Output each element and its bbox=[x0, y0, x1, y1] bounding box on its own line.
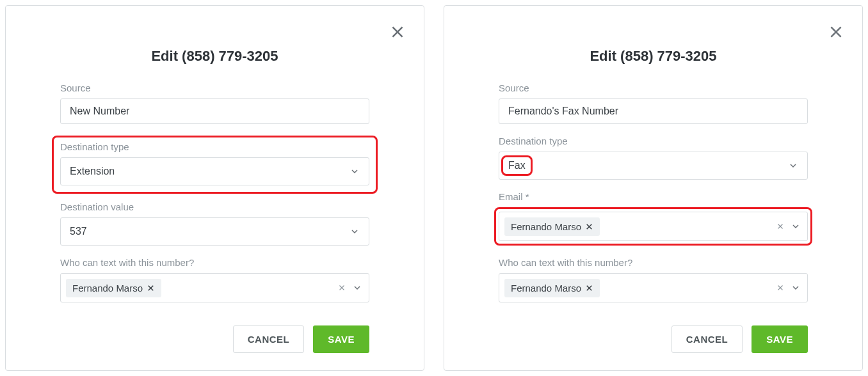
dialog-title: Edit (858) 779-3205 bbox=[25, 48, 405, 65]
destination-type-label: Destination type bbox=[60, 141, 369, 152]
edit-number-dialog-right: Edit (858) 779-3205 Source Destination t… bbox=[444, 5, 863, 371]
destination-value-field: Destination value 537 bbox=[60, 201, 369, 246]
close-icon bbox=[389, 24, 406, 40]
destination-type-value: Extension bbox=[70, 166, 115, 177]
destination-type-select[interactable]: Fax bbox=[499, 152, 808, 180]
user-chip-label: Fernando Marso bbox=[511, 283, 581, 294]
close-button[interactable] bbox=[389, 24, 406, 40]
edit-number-dialog-left: Edit (858) 779-3205 Source Destination t… bbox=[5, 5, 424, 371]
tagbox-controls bbox=[776, 283, 801, 293]
who-can-text-field: Who can text with this number? Fernando … bbox=[499, 257, 808, 302]
remove-chip-button[interactable] bbox=[585, 284, 593, 292]
remove-chip-button[interactable] bbox=[147, 284, 155, 292]
email-chip-label: Fernando Marso bbox=[511, 221, 581, 232]
user-chip: Fernando Marso bbox=[66, 279, 161, 297]
close-icon bbox=[828, 24, 844, 40]
dialog-actions: CANCEL SAVE bbox=[25, 325, 405, 353]
clear-all-button[interactable] bbox=[776, 223, 784, 230]
source-input[interactable] bbox=[499, 98, 808, 124]
who-can-text-label: Who can text with this number? bbox=[60, 257, 369, 268]
destination-value-label: Destination value bbox=[60, 201, 369, 212]
cancel-button[interactable]: CANCEL bbox=[671, 325, 743, 353]
source-field: Source bbox=[499, 82, 808, 124]
tagbox-controls bbox=[338, 283, 362, 293]
email-label: Email * bbox=[499, 191, 808, 202]
destination-type-label: Destination type bbox=[499, 136, 808, 146]
destination-type-field: Destination type Fax bbox=[499, 136, 808, 180]
user-chip-label: Fernando Marso bbox=[72, 283, 143, 294]
remove-chip-button[interactable] bbox=[585, 223, 593, 231]
cancel-button[interactable]: CANCEL bbox=[233, 325, 305, 353]
source-label: Source bbox=[60, 82, 369, 93]
highlight-destination-type: Destination type Extension bbox=[52, 136, 378, 194]
destination-type-field: Destination type Extension bbox=[60, 141, 369, 185]
chevron-down-icon bbox=[788, 161, 798, 171]
clear-all-button[interactable] bbox=[776, 284, 784, 292]
source-field: Source bbox=[60, 82, 369, 124]
source-input[interactable] bbox=[60, 98, 369, 124]
clear-all-button[interactable] bbox=[338, 284, 346, 292]
who-can-text-label: Who can text with this number? bbox=[499, 257, 808, 268]
user-chip: Fernando Marso bbox=[504, 279, 600, 297]
close-button[interactable] bbox=[828, 24, 844, 40]
chevron-down-icon bbox=[791, 221, 801, 231]
email-field: Email * Fernando Marso bbox=[499, 191, 808, 246]
dialog-actions: CANCEL SAVE bbox=[463, 325, 843, 353]
save-button[interactable]: SAVE bbox=[313, 325, 369, 353]
who-can-text-field: Who can text with this number? Fernando … bbox=[60, 257, 369, 302]
source-label: Source bbox=[499, 82, 808, 93]
email-select[interactable]: Fernando Marso bbox=[499, 212, 808, 241]
chevron-down-icon bbox=[350, 226, 360, 237]
chevron-down-icon bbox=[350, 166, 360, 176]
email-chip: Fernando Marso bbox=[504, 217, 600, 236]
destination-value-value: 537 bbox=[70, 226, 87, 237]
save-button[interactable]: SAVE bbox=[751, 325, 808, 353]
dialog-title: Edit (858) 779-3205 bbox=[463, 48, 843, 65]
destination-type-select[interactable]: Extension bbox=[60, 157, 369, 185]
highlight-email: Fernando Marso bbox=[494, 207, 812, 246]
destination-value-select[interactable]: 537 bbox=[60, 217, 369, 246]
chevron-down-icon bbox=[791, 283, 801, 293]
chevron-down-icon bbox=[352, 283, 362, 293]
who-can-text-select[interactable]: Fernando Marso bbox=[499, 273, 808, 302]
who-can-text-select[interactable]: Fernando Marso bbox=[60, 273, 369, 302]
destination-type-value: Fax bbox=[508, 160, 526, 171]
destination-type-value-highlight: Fax bbox=[501, 155, 533, 176]
tagbox-controls bbox=[776, 221, 801, 231]
